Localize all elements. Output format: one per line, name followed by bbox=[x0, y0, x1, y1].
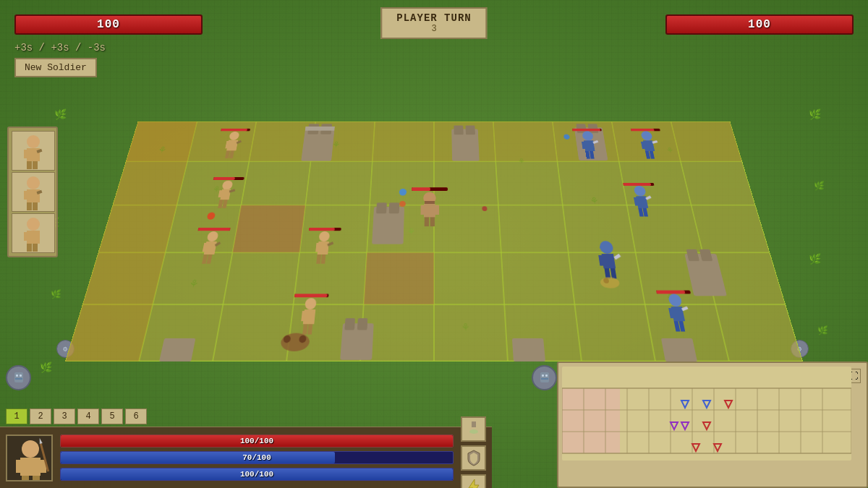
stamina-text: 70/100 bbox=[242, 453, 271, 462]
turn-tab-2[interactable]: 2 bbox=[30, 408, 51, 424]
svg-rect-171 bbox=[27, 244, 32, 252]
svg-rect-176 bbox=[16, 460, 22, 473]
svg-point-168 bbox=[27, 218, 40, 231]
svg-rect-179 bbox=[33, 476, 40, 481]
svg-rect-172 bbox=[33, 244, 38, 252]
svg-rect-59 bbox=[661, 338, 697, 361]
svg-point-156 bbox=[27, 135, 40, 148]
svg-rect-5 bbox=[542, 374, 544, 377]
stamina2-text: 100/100 bbox=[240, 470, 273, 479]
svg-rect-77 bbox=[197, 228, 230, 231]
svg-rect-43 bbox=[454, 126, 463, 135]
svg-point-162 bbox=[27, 176, 40, 189]
svg-rect-54 bbox=[159, 338, 195, 361]
turn-tab-1[interactable]: 1 bbox=[6, 408, 27, 424]
svg-rect-6 bbox=[545, 374, 548, 377]
action-icon-flask[interactable] bbox=[461, 416, 486, 442]
battle-grid: ⚘ ⚘ ⚘ ⚘ ⚘ ⚘ ⚘ ⚘ ⚘ ⚘ bbox=[65, 87, 803, 361]
svg-rect-169 bbox=[27, 231, 40, 244]
corner-icon-right bbox=[532, 365, 557, 390]
new-soldier-button[interactable]: New Soldier bbox=[14, 58, 97, 77]
stamina-bar-container: 70/100 bbox=[60, 451, 454, 464]
svg-rect-170 bbox=[24, 232, 28, 241]
svg-rect-166 bbox=[27, 202, 32, 210]
svg-rect-96 bbox=[424, 204, 435, 217]
svg-rect-56 bbox=[344, 318, 355, 330]
unit-actions bbox=[461, 416, 486, 489]
unit-portrait-1[interactable] bbox=[12, 131, 55, 171]
player-hp-bar: 100 bbox=[14, 14, 203, 35]
corner-icon-left bbox=[6, 365, 31, 390]
svg-rect-0 bbox=[14, 372, 23, 382]
svg-text:⚘: ⚘ bbox=[333, 140, 341, 150]
svg-rect-44 bbox=[466, 126, 475, 135]
stamina-bar: 70/100 bbox=[60, 451, 454, 464]
unit-status-bar: 100/100 70/100 100/100 bbox=[0, 427, 492, 488]
grid-svg: ⚘ ⚘ ⚘ ⚘ ⚘ ⚘ ⚘ ⚘ ⚘ ⚘ bbox=[65, 121, 803, 361]
svg-point-174 bbox=[22, 440, 39, 458]
unit-bars: 100/100 70/100 100/100 bbox=[60, 435, 454, 481]
svg-rect-46 bbox=[376, 202, 387, 213]
unit-portrait-2[interactable] bbox=[12, 172, 55, 212]
svg-rect-113 bbox=[572, 129, 600, 132]
svg-rect-138 bbox=[602, 254, 616, 268]
enemy-hp-text: 100 bbox=[748, 18, 771, 31]
unit-portrait-main bbox=[6, 435, 53, 481]
svg-rect-100 bbox=[430, 217, 435, 226]
svg-rect-182 bbox=[472, 421, 476, 427]
svg-rect-7 bbox=[541, 378, 548, 380]
svg-rect-99 bbox=[425, 217, 429, 226]
turn-tab-5[interactable]: 5 bbox=[101, 408, 123, 424]
svg-rect-167 bbox=[33, 202, 38, 210]
svg-text:⚘: ⚘ bbox=[408, 226, 414, 238]
svg-rect-47 bbox=[389, 202, 400, 213]
svg-rect-160 bbox=[27, 161, 32, 169]
svg-rect-2 bbox=[20, 374, 22, 377]
turn-label: PLAYER TURN bbox=[396, 12, 471, 24]
svg-rect-27 bbox=[364, 252, 434, 304]
turn-tab-3[interactable]: 3 bbox=[54, 408, 75, 424]
svg-rect-58 bbox=[512, 338, 545, 361]
svg-rect-158 bbox=[24, 150, 28, 158]
hp-bar-container: 100/100 bbox=[60, 435, 454, 448]
svg-rect-1 bbox=[16, 374, 18, 377]
turn-tab-6[interactable]: 6 bbox=[125, 408, 147, 424]
svg-rect-93 bbox=[412, 187, 430, 191]
svg-text:⚘: ⚘ bbox=[518, 156, 524, 166]
action-icon-lightning[interactable] bbox=[461, 474, 486, 489]
turn-tab-4[interactable]: 4 bbox=[77, 408, 99, 424]
svg-rect-69 bbox=[213, 177, 236, 180]
svg-rect-41 bbox=[305, 127, 335, 131]
hp-bar: 100/100 bbox=[60, 435, 454, 448]
action-icon-shield[interactable] bbox=[461, 445, 486, 471]
turn-indicator: PLAYER TURN 3 bbox=[380, 7, 487, 39]
svg-rect-175 bbox=[20, 458, 41, 476]
turn-tabs: 1 2 3 4 5 6 bbox=[6, 408, 147, 424]
stamina2-bar-container: 100/100 bbox=[60, 468, 454, 481]
svg-rect-3 bbox=[15, 378, 22, 380]
unit-panel-left bbox=[7, 127, 58, 257]
enemy-hp-bar: 100 bbox=[665, 14, 854, 35]
svg-rect-164 bbox=[24, 191, 28, 200]
svg-rect-161 bbox=[33, 161, 38, 169]
svg-rect-61 bbox=[221, 129, 247, 132]
game-area: 🌿 🌿 🌿 🌿 🌿 🌿 🌿 🌿 🌿 100 +3s / +3s / -3s Ne… bbox=[0, 0, 868, 488]
stamina2-bar: 100/100 bbox=[60, 468, 454, 481]
svg-rect-186 bbox=[562, 388, 620, 453]
svg-rect-4 bbox=[540, 372, 549, 382]
resource-bar: +3s / +3s / -3s bbox=[14, 42, 106, 53]
unit-portrait-3[interactable] bbox=[12, 213, 55, 253]
svg-rect-178 bbox=[22, 476, 29, 481]
svg-marker-184 bbox=[469, 479, 479, 488]
svg-rect-130 bbox=[623, 183, 651, 186]
minimap-svg bbox=[562, 367, 851, 461]
svg-rect-57 bbox=[357, 318, 368, 330]
turn-number: 3 bbox=[396, 24, 471, 34]
svg-rect-122 bbox=[631, 129, 655, 132]
player-hp-text: 100 bbox=[97, 18, 120, 31]
minimap: ⛶ bbox=[557, 361, 868, 488]
hp-text: 100/100 bbox=[240, 437, 273, 445]
svg-point-183 bbox=[469, 429, 478, 434]
svg-rect-103 bbox=[294, 294, 328, 297]
svg-rect-146 bbox=[656, 291, 686, 294]
